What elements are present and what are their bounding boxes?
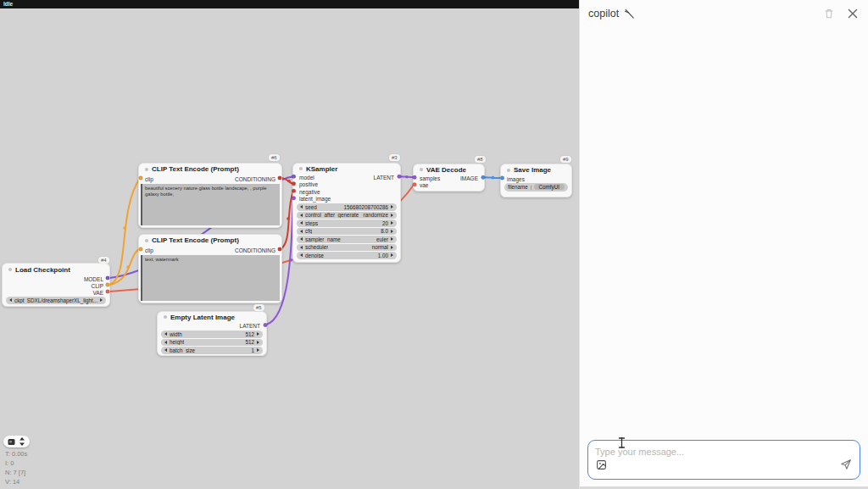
wire-midpoint-dot [126, 265, 130, 269]
chat-input-box[interactable] [587, 440, 860, 480]
widget-cfg[interactable]: cfg8.0 [297, 228, 397, 236]
stat-line: V: 14 [5, 477, 35, 486]
wire-conditioning-positive [281, 178, 293, 184]
arrows-up-down-icon[interactable] [19, 437, 25, 446]
widget-control-after-generate[interactable]: control_after_generaterandomize [297, 212, 397, 219]
node-title: Empty Latent Image [170, 314, 235, 321]
widget-batch-size[interactable]: batch_size1 [161, 347, 263, 354]
wire-midpoint-dot [287, 217, 290, 220]
node-graph-canvas[interactable]: CLIP Text Encode (Prompt) clip CONDITION… [0, 0, 579, 489]
widget-seed[interactable]: seed156680208700286 [297, 203, 397, 211]
collapse-dot-icon[interactable] [420, 168, 423, 171]
widget-ckpt-name[interactable]: ckpt_name SDXL/dreamshaperXL_light... [6, 297, 106, 304]
node-empty-latent-image[interactable]: Empty Latent Image LATENT width512 heigh… [157, 311, 267, 356]
input-label-negative: negative [299, 189, 320, 195]
input-label-images: images [507, 176, 525, 182]
trash-icon[interactable] [822, 7, 836, 20]
close-icon[interactable] [846, 7, 860, 20]
prompt-textarea[interactable]: beautiful scenery nature glass bottle la… [141, 184, 280, 225]
collapse-dot-icon[interactable] [8, 268, 12, 271]
decrement-icon[interactable] [300, 221, 303, 225]
node-title: Save Image [514, 166, 551, 174]
increment-icon[interactable] [257, 341, 259, 344]
decrement-icon[interactable] [300, 214, 303, 217]
wire-image [484, 177, 502, 178]
prompt-textarea[interactable]: text, watermark [141, 255, 280, 301]
collapse-dot-icon[interactable] [164, 315, 167, 319]
node-save-image[interactable]: Save Image images filename_prefix ComfyU… [500, 164, 572, 197]
input-label-latent-image: latent_image [299, 196, 331, 202]
send-icon[interactable] [840, 458, 852, 474]
collapse-dot-icon[interactable] [507, 169, 510, 172]
output-label-conditioning: CONDITIONING [235, 247, 275, 253]
output-label-vae: VAE [92, 290, 103, 296]
wire-midpoint-dot [492, 176, 495, 180]
wire-midpoint-dot [405, 175, 409, 179]
increment-icon[interactable] [100, 298, 103, 302]
increment-icon[interactable] [391, 246, 393, 249]
output-label-latent: LATENT [240, 323, 260, 329]
increment-icon[interactable] [257, 348, 259, 352]
ibeam-cursor [618, 437, 626, 448]
copilot-title: copilot [588, 8, 619, 19]
input-label-model: model [299, 175, 314, 181]
node-ksampler[interactable]: KSampler model LATENT positive negative … [292, 163, 401, 263]
output-label-latent: LATENT [374, 175, 394, 181]
decrement-icon[interactable] [300, 205, 303, 208]
widget-steps[interactable]: steps20 [297, 219, 397, 227]
canvas-hud-pill [3, 436, 30, 447]
widget-sampler-name[interactable]: sampler_nameeuler [297, 236, 397, 243]
decrement-icon[interactable] [300, 246, 303, 249]
stat-line: I: 0 [5, 458, 35, 468]
node-id-badge: #9 [560, 156, 571, 163]
output-label-clip: CLIP [92, 283, 103, 289]
node-vae-decode[interactable]: VAE Decode samples IMAGE vae [413, 164, 485, 192]
wire-midpoint-dot [289, 258, 292, 262]
stat-line: T: 0.00s [5, 449, 35, 458]
widget-denoise[interactable]: denoise1.00 [297, 252, 397, 259]
chat-message-input[interactable] [595, 445, 832, 458]
increment-icon[interactable] [391, 253, 393, 257]
status-bar: Idle [0, 0, 579, 8]
decrement-icon[interactable] [300, 237, 303, 241]
output-label-conditioning: CONDITIONING [235, 176, 275, 182]
widget-filename-prefix[interactable]: filename_prefix ComfyUI [504, 183, 568, 192]
input-label-vae: vae [420, 182, 428, 188]
node-title: VAE Decode [426, 166, 466, 174]
increment-icon[interactable] [391, 230, 393, 233]
render-stats: T: 0.00s I: 0 N: 7 [7] V: 14 FPS:90.91 [5, 449, 35, 489]
collapse-dot-icon[interactable] [145, 239, 148, 242]
node-id-badge: #3 [389, 154, 400, 161]
node-title: CLIP Text Encode (Prompt) [152, 165, 239, 173]
copilot-header: copilot [580, 0, 868, 27]
increment-icon[interactable] [391, 237, 393, 241]
node-id-badge: #5 [253, 304, 264, 311]
increment-icon[interactable] [391, 221, 393, 225]
input-label-positive: positive [299, 181, 318, 187]
node-id-badge: #4 [98, 257, 109, 264]
widget-scheduler[interactable]: schedulernormal [297, 244, 397, 252]
widget-width[interactable]: width512 [161, 331, 263, 338]
node-clip-text-encode-negative[interactable]: CLIP Text Encode (Prompt) clip CONDITION… [138, 234, 282, 303]
decrement-icon[interactable] [9, 298, 12, 302]
wire-conditioning-negative [281, 192, 293, 250]
comfyui-window: Idle CLIP Text Encode (Prompt) [0, 0, 868, 489]
minimap-icon[interactable] [8, 438, 15, 446]
attach-image-icon[interactable] [596, 458, 607, 474]
filename-prefix-value[interactable]: ComfyUI [534, 184, 565, 190]
decrement-icon[interactable] [300, 230, 303, 233]
input-label-samples: samples [420, 175, 440, 181]
increment-icon[interactable] [257, 332, 259, 336]
decrement-icon[interactable] [164, 348, 167, 352]
decrement-icon[interactable] [164, 341, 167, 344]
decrement-icon[interactable] [300, 253, 303, 257]
collapse-dot-icon[interactable] [299, 167, 303, 170]
node-load-checkpoint[interactable]: Load Checkpoint MODEL CLIP VAE ckpt_name… [2, 263, 110, 307]
node-id-badge: #6 [269, 154, 280, 161]
node-clip-text-encode-positive[interactable]: CLIP Text Encode (Prompt) clip CONDITION… [138, 163, 282, 228]
widget-height[interactable]: height512 [161, 339, 263, 347]
decrement-icon[interactable] [164, 332, 167, 336]
increment-icon[interactable] [391, 214, 393, 217]
collapse-dot-icon[interactable] [145, 168, 148, 171]
increment-icon[interactable] [391, 205, 393, 208]
